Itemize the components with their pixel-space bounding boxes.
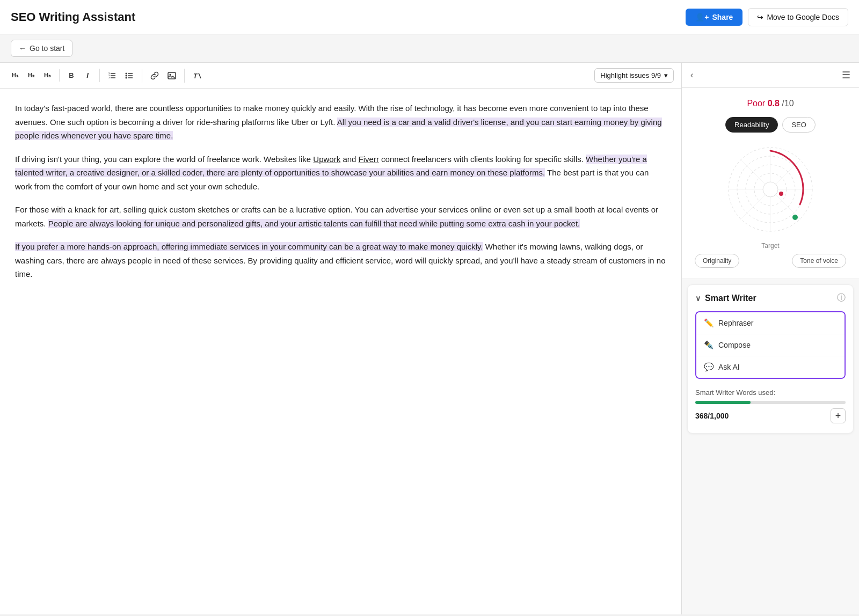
paragraph-4: If you prefer a more hands-on approach, … xyxy=(15,240,666,281)
clear-format-button[interactable]: T xyxy=(189,69,205,83)
app-header: SEO Writing Assistant 👤+ Share ↪ Move to… xyxy=(0,0,859,34)
editor-content[interactable]: In today's fast-paced world, there are c… xyxy=(0,89,681,614)
paragraph-2: If driving isn't your thing, you can exp… xyxy=(15,152,666,194)
score-max: /10 xyxy=(782,99,794,108)
paragraph-3: For those with a knack for art, selling … xyxy=(15,203,666,230)
svg-point-24 xyxy=(792,215,798,220)
h2-button[interactable]: H₂ xyxy=(24,69,39,82)
add-words-button[interactable]: + xyxy=(831,408,846,423)
svg-point-9 xyxy=(126,72,127,74)
format-group: B I xyxy=(64,69,100,82)
header-actions: 👤+ Share ↪ Move to Google Docs xyxy=(686,8,848,26)
score-section: Poor 0.8 /10 Readability SEO xyxy=(682,88,859,279)
bold-button[interactable]: B xyxy=(64,69,79,82)
smart-writer-info-icon[interactable]: ⓘ xyxy=(837,292,846,304)
svg-point-26 xyxy=(763,182,778,197)
svg-point-11 xyxy=(126,77,127,78)
words-used-label: Smart Writer Words used: xyxy=(695,388,846,397)
smart-writer-section: ∨ Smart Writer ⓘ ✏️ Rephraser ✒️ Compose… xyxy=(687,284,854,434)
compose-button[interactable]: ✒️ Compose xyxy=(696,334,845,356)
svg-point-25 xyxy=(779,192,783,196)
rephraser-icon: ✏️ xyxy=(704,318,714,328)
words-count: 368/1,000 xyxy=(695,412,729,420)
score-display: Poor 0.8 /10 xyxy=(690,99,850,108)
arrow-left-icon: ← xyxy=(19,44,26,53)
gauge-wrapper xyxy=(690,141,850,238)
svg-point-13 xyxy=(170,74,171,75)
list-group: 123 xyxy=(104,69,142,83)
highlight-dropdown[interactable]: Highlight issues 9/9 ▾ xyxy=(594,68,674,83)
share-button[interactable]: 👤+ Share xyxy=(686,9,742,26)
tab-seo[interactable]: SEO xyxy=(782,117,815,133)
google-docs-button[interactable]: ↪ Move to Google Docs xyxy=(748,8,848,26)
compose-icon: ✒️ xyxy=(704,340,714,350)
right-panel-header: ‹ ☰ xyxy=(682,63,859,88)
smart-writer-title: Smart Writer xyxy=(705,294,756,303)
smart-writer-collapse-icon[interactable]: ∨ xyxy=(695,294,701,303)
words-count-row: 368/1,000 + xyxy=(695,408,846,423)
svg-line-15 xyxy=(199,73,201,78)
chevron-down-icon: ▾ xyxy=(664,71,668,79)
editor-panel: H₁ H₂ H₃ B I 123 xyxy=(0,63,682,614)
words-progress-bar-fill xyxy=(695,401,751,404)
italic-button[interactable]: I xyxy=(80,69,95,82)
collapse-panel-button[interactable]: ‹ xyxy=(690,70,693,80)
h1-button[interactable]: H₁ xyxy=(8,69,23,82)
tab-readability[interactable]: Readability xyxy=(725,117,778,133)
tab-originality[interactable]: Originality xyxy=(695,254,739,268)
score-label: Poor xyxy=(747,99,765,108)
smart-writer-header: ∨ Smart Writer ⓘ xyxy=(695,292,846,304)
toolbar-bar: ← Go to start xyxy=(0,34,859,63)
smart-writer-title-row: ∨ Smart Writer xyxy=(695,294,756,303)
main-layout: H₁ H₂ H₃ B I 123 xyxy=(0,63,859,614)
score-tabs: Readability SEO xyxy=(690,117,850,133)
insert-group xyxy=(147,69,185,83)
score-gauge xyxy=(722,141,819,238)
words-used-section: Smart Writer Words used: 368/1,000 + xyxy=(695,386,846,426)
svg-text:3: 3 xyxy=(108,76,110,79)
ask-ai-icon: 💬 xyxy=(704,362,714,372)
svg-point-10 xyxy=(126,75,127,76)
smart-writer-buttons: ✏️ Rephraser ✒️ Compose 💬 Ask AI xyxy=(695,311,846,379)
image-button[interactable] xyxy=(164,69,180,83)
tab-tone-of-voice[interactable]: Tone of voice xyxy=(792,254,846,268)
gauge-labels: Originality Tone of voice xyxy=(690,254,850,268)
words-progress-bar-bg xyxy=(695,401,846,404)
ordered-list-button[interactable]: 123 xyxy=(104,69,120,83)
app-title: SEO Writing Assistant xyxy=(11,10,135,24)
link-button[interactable] xyxy=(147,69,163,83)
go-to-start-button[interactable]: ← Go to start xyxy=(11,40,72,57)
score-value: 0.8 xyxy=(768,99,780,108)
panel-menu-button[interactable]: ☰ xyxy=(842,69,850,81)
google-docs-icon: ↪ xyxy=(757,13,763,21)
right-panel: ‹ ☰ Poor 0.8 /10 Readability SEO xyxy=(682,63,859,614)
editor-toolbar: H₁ H₂ H₃ B I 123 xyxy=(0,63,681,89)
h3-button[interactable]: H₃ xyxy=(40,69,55,82)
paragraph-1: In today's fast-paced world, there are c… xyxy=(15,101,666,143)
heading-group: H₁ H₂ H₃ xyxy=(8,69,60,82)
target-label: Target xyxy=(690,242,850,250)
ask-ai-button[interactable]: 💬 Ask AI xyxy=(696,356,845,378)
rephraser-button[interactable]: ✏️ Rephraser xyxy=(696,312,845,334)
unordered-list-button[interactable] xyxy=(121,69,137,83)
svg-text:T: T xyxy=(193,72,198,80)
share-icon: 👤+ xyxy=(695,13,709,21)
